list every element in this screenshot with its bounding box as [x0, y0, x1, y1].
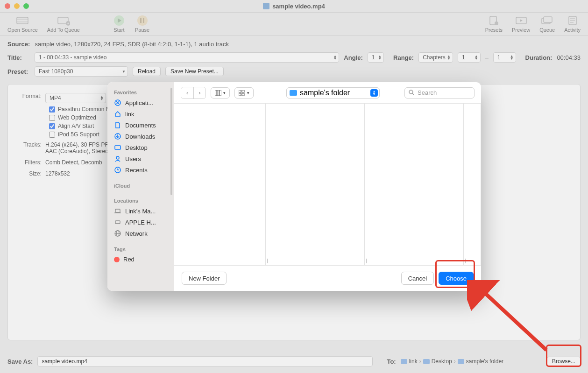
svg-rect-0 [17, 17, 28, 24]
preview-button[interactable]: Preview [507, 15, 535, 33]
pause-label: Pause [135, 27, 149, 33]
presets-button[interactable]: Presets [481, 15, 507, 33]
view-columns-button[interactable]: ▾ [211, 87, 230, 99]
source-info: Source: sample video, 1280x720, 24 FPS, … [0, 36, 588, 50]
file-picker-toolbar: ‹ › ▾ ▾ sample's folder ▲▼ Search [174, 82, 481, 104]
range-to-select[interactable]: 1▲▼ [493, 52, 516, 63]
disk-icon [114, 218, 121, 226]
reload-button[interactable]: Reload [133, 67, 161, 76]
svg-rect-29 [220, 90, 221, 96]
title-select[interactable]: 1 - 00:04:33 - sample video▲▼ [35, 52, 339, 63]
sidebar-item-link[interactable]: link [107, 108, 174, 120]
svg-point-34 [409, 90, 413, 94]
current-folder-dropdown[interactable]: sample's folder ▲▼ [286, 87, 380, 99]
open-source-label: Open Source [7, 27, 38, 33]
queue-button[interactable]: Queue [535, 15, 560, 33]
svg-rect-21 [115, 209, 120, 212]
source-label: Source: [7, 41, 30, 48]
search-placeholder: Search [418, 89, 437, 96]
saveas-input[interactable] [37, 356, 373, 366]
angle-select[interactable]: 1▲▼ [368, 52, 384, 63]
users-icon [114, 155, 121, 162]
svg-point-7 [495, 21, 498, 25]
browse-button[interactable]: Browse... [547, 357, 581, 366]
laptop-icon [114, 207, 121, 215]
folder-icon [290, 90, 297, 96]
file-picker-dialog: Favorites Applicati... link Documents Do… [107, 82, 481, 291]
preset-select[interactable]: Fast 1080p30▼ [35, 66, 128, 77]
pause-button[interactable]: Pause [130, 15, 154, 33]
start-button[interactable]: Start [108, 15, 130, 33]
folder-icon [401, 359, 407, 364]
svg-rect-18 [115, 146, 120, 149]
file-column-view[interactable]: || || || [174, 104, 481, 265]
folder-icon [458, 359, 464, 364]
sidebar-item-desktop[interactable]: Desktop [107, 142, 174, 153]
svg-rect-33 [242, 93, 244, 96]
saveas-label: Save As: [7, 358, 33, 365]
globe-icon [114, 230, 121, 237]
sidebar-item-links-mac[interactable]: Link's Ma... [107, 205, 174, 217]
cancel-button[interactable]: Cancel [401, 272, 434, 285]
duration-value: 00:04:33 [557, 54, 581, 61]
preset-row: Preset: Fast 1080p30▼ Reload Save New Pr… [0, 64, 588, 78]
add-to-queue-button[interactable]: + Add To Queue [43, 15, 85, 33]
columns-icon [215, 90, 221, 96]
tracks-value-2: AAC (CoreAudio), Stereo [45, 148, 112, 155]
sidebar-item-downloads[interactable]: Downloads [107, 131, 174, 142]
app-store-icon [114, 99, 121, 106]
svg-rect-27 [215, 90, 217, 96]
choose-button[interactable]: Choose [439, 272, 474, 285]
source-value: sample video, 1280x720, 24 FPS, SDR (8-b… [35, 41, 229, 48]
activity-button[interactable]: Activity [560, 15, 585, 33]
updown-icon: ▲▼ [370, 89, 378, 97]
download-icon [114, 133, 121, 140]
sidebar-item-recents[interactable]: Recents [107, 164, 174, 176]
sidebar-item-network[interactable]: Network [107, 228, 174, 239]
size-value: 1278x532 [45, 170, 70, 177]
angle-label: Angle: [344, 54, 362, 61]
preview-label: Preview [512, 27, 530, 33]
range-from-select[interactable]: 1▲▼ [458, 52, 481, 63]
sidebar-item-applications[interactable]: Applicati... [107, 97, 174, 108]
add-to-queue-label: Add To Queue [47, 27, 80, 33]
svg-rect-31 [242, 90, 244, 92]
duration-label: Duration: [525, 54, 553, 61]
filters-value: Comb Detect, Decomb [45, 159, 102, 166]
sidebar-item-documents[interactable]: Documents [107, 120, 174, 131]
footer-bar: Save As: To: link› Desktop› sample's fol… [0, 350, 588, 373]
svg-rect-11 [544, 17, 552, 22]
titlebar: sample video.mp4 [0, 0, 588, 13]
svg-rect-30 [239, 90, 241, 92]
size-label: Size: [16, 170, 45, 177]
svg-rect-32 [239, 93, 241, 96]
nav-forward-button[interactable]: › [193, 87, 205, 99]
search-icon [409, 90, 415, 96]
filters-label: Filters: [16, 159, 45, 166]
new-folder-button[interactable]: New Folder [182, 272, 227, 285]
range-type-select[interactable]: Chapters▲▼ [418, 52, 453, 63]
clock-icon [114, 166, 121, 174]
preset-label: Preset: [7, 68, 30, 75]
search-input[interactable]: Search [404, 87, 475, 99]
tag-dot-icon [114, 257, 120, 262]
home-icon [114, 110, 121, 118]
destination-path[interactable]: link› Desktop› sample's folder [401, 358, 503, 365]
tracks-value-1: H.264 (x264), 30 FPS PFR [45, 141, 112, 148]
nav-back-button[interactable]: ‹ [181, 87, 193, 99]
sidebar-item-apple-hd[interactable]: APPLE H... [107, 217, 174, 228]
view-grouping-button[interactable]: ▾ [234, 87, 254, 99]
title-row: Title: 1 - 00:04:33 - sample video▲▼ Ang… [0, 50, 588, 64]
open-source-button[interactable]: Open Source [3, 15, 43, 33]
start-label: Start [113, 27, 124, 33]
sidebar-item-users[interactable]: Users [107, 153, 174, 164]
sidebar-tag-red[interactable]: Red [107, 254, 174, 265]
format-select[interactable]: MP4▲▼ [45, 93, 106, 103]
file-icon [263, 3, 269, 9]
title-label: Title: [7, 54, 30, 61]
svg-rect-23 [115, 221, 120, 224]
queue-label: Queue [539, 27, 555, 33]
save-new-preset-button[interactable]: Save New Preset... [165, 67, 224, 76]
activity-label: Activity [564, 27, 581, 33]
tracks-label: Tracks: [16, 141, 45, 148]
